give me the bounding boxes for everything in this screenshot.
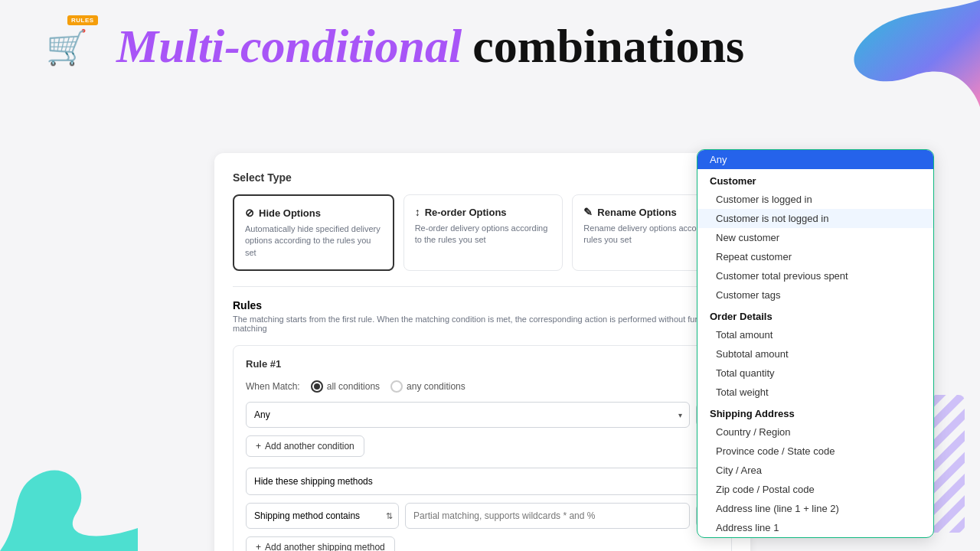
dropdown-option-customer-is-not-logged-in[interactable]: Customer is not logged in bbox=[697, 209, 933, 228]
dropdown-option-city--area[interactable]: City / Area bbox=[697, 461, 933, 480]
logo-badge: RULES bbox=[67, 15, 98, 25]
radio-any-circle bbox=[390, 380, 403, 393]
shipping-method-row: Shipping method contains 🗑 bbox=[246, 503, 719, 529]
rule-1-box: Rule #1 When Match: all conditions any c… bbox=[233, 345, 732, 551]
hide-icon: ⊘ bbox=[245, 207, 254, 219]
condition-dropdown[interactable]: AnyCustomerCustomer is logged inCustomer… bbox=[697, 149, 934, 538]
add-condition-button[interactable]: + Add another condition bbox=[246, 435, 364, 457]
dropdown-category-order-details: Order Details bbox=[697, 305, 933, 325]
type-cards: ⊘ Hide Options Automatically hide specif… bbox=[233, 194, 732, 271]
header: RULES 🛒 Multi-conditional combinations bbox=[46, 15, 744, 77]
radio-all-dot bbox=[314, 383, 320, 390]
plus-icon-2: + bbox=[256, 542, 261, 551]
rename-icon: ✎ bbox=[583, 206, 593, 218]
shipping-action-wrap: Hide these shipping methods bbox=[246, 468, 719, 495]
add-condition-label: Add another condition bbox=[265, 441, 354, 452]
plus-icon: + bbox=[256, 441, 261, 452]
method-select-wrap: Shipping method contains bbox=[246, 503, 399, 529]
rules-title: Rules bbox=[233, 299, 732, 311]
bg-wave-top-right bbox=[720, 0, 980, 107]
logo-cart-icon: 🛒 bbox=[46, 28, 107, 67]
dropdown-option-customer-total-previous-spent[interactable]: Customer total previous spent bbox=[697, 266, 933, 285]
dropdown-category-customer: Customer bbox=[697, 169, 933, 190]
radio-group: all conditions any conditions bbox=[311, 380, 466, 393]
radio-all-circle bbox=[311, 380, 323, 393]
radio-any-conditions[interactable]: any conditions bbox=[390, 380, 466, 393]
condition-select-wrap: Any bbox=[246, 402, 690, 428]
card-hide-desc: Automatically hide specified delivery op… bbox=[245, 223, 382, 259]
radio-all-conditions[interactable]: all conditions bbox=[311, 380, 380, 393]
dropdown-option-customer-is-logged-in[interactable]: Customer is logged in bbox=[697, 190, 933, 209]
dropdown-option-address-line-line-1--line-2[interactable]: Address line (line 1 + line 2) bbox=[697, 499, 933, 518]
add-shipping-method-button[interactable]: + Add another shipping method bbox=[246, 536, 395, 551]
dropdown-option-subtotal-amount[interactable]: Subtotal amount bbox=[697, 344, 933, 364]
dropdown-option-country--region[interactable]: Country / Region bbox=[697, 422, 933, 442]
logo-area: RULES 🛒 bbox=[46, 15, 107, 77]
condition-select[interactable]: Any bbox=[246, 402, 690, 428]
card-reorder-desc: Re-order delivery options according to t… bbox=[415, 223, 552, 246]
add-shipping-label: Add another shipping method bbox=[265, 542, 385, 551]
dropdown-option-address-line-1[interactable]: Address line 1 bbox=[697, 518, 933, 537]
card-rename-label: Rename Options bbox=[597, 207, 676, 218]
card-reorder-options[interactable]: ↕ Re-order Options Re-order delivery opt… bbox=[403, 194, 564, 271]
dropdown-category-shipping-address: Shipping Address bbox=[697, 402, 933, 422]
dropdown-option-total-weight[interactable]: Total weight bbox=[697, 383, 933, 402]
dropdown-item-any[interactable]: Any bbox=[697, 150, 933, 169]
radio-any-label: any conditions bbox=[407, 381, 466, 392]
rule-number: Rule #1 bbox=[246, 358, 719, 370]
title-combinations: combinations bbox=[472, 19, 744, 73]
select-type-label: Select Type bbox=[233, 171, 732, 184]
dropdown-option-zip-code--postal-code[interactable]: Zip code / Postal code bbox=[697, 480, 933, 499]
dropdown-option-repeat-customer[interactable]: Repeat customer bbox=[697, 247, 933, 266]
card-hide-label: Hide Options bbox=[259, 207, 321, 219]
rules-desc: The matching starts from the first rule.… bbox=[233, 315, 732, 333]
card-reorder-label: Re-order Options bbox=[425, 207, 507, 218]
method-value-input[interactable] bbox=[405, 503, 690, 529]
rules-section: Rules The matching starts from the first… bbox=[233, 286, 732, 551]
when-match-label: When Match: bbox=[246, 381, 300, 392]
shipping-action-select[interactable]: Hide these shipping methods bbox=[246, 468, 719, 495]
dropdown-option-total-amount[interactable]: Total amount bbox=[697, 325, 933, 344]
dropdown-option-province-code--state-code[interactable]: Province code / State code bbox=[697, 442, 933, 461]
bg-wave-bottom-left bbox=[0, 459, 138, 551]
dropdown-option-total-quantity[interactable]: Total quantity bbox=[697, 364, 933, 383]
condition-row: Any 🗑 bbox=[246, 402, 719, 428]
dropdown-option-customer-tags[interactable]: Customer tags bbox=[697, 285, 933, 305]
dropdown-option-new-customer[interactable]: New customer bbox=[697, 228, 933, 247]
radio-all-label: all conditions bbox=[327, 381, 380, 392]
title-multicondional: Multi-conditional bbox=[116, 19, 462, 73]
method-select[interactable]: Shipping method contains bbox=[246, 503, 399, 529]
card-hide-options[interactable]: ⊘ Hide Options Automatically hide specif… bbox=[233, 194, 394, 271]
main-panel: Select Type ⊘ Hide Options Automatically… bbox=[214, 153, 750, 551]
when-match-row: When Match: all conditions any condition… bbox=[246, 380, 719, 393]
reorder-icon: ↕ bbox=[415, 206, 420, 218]
